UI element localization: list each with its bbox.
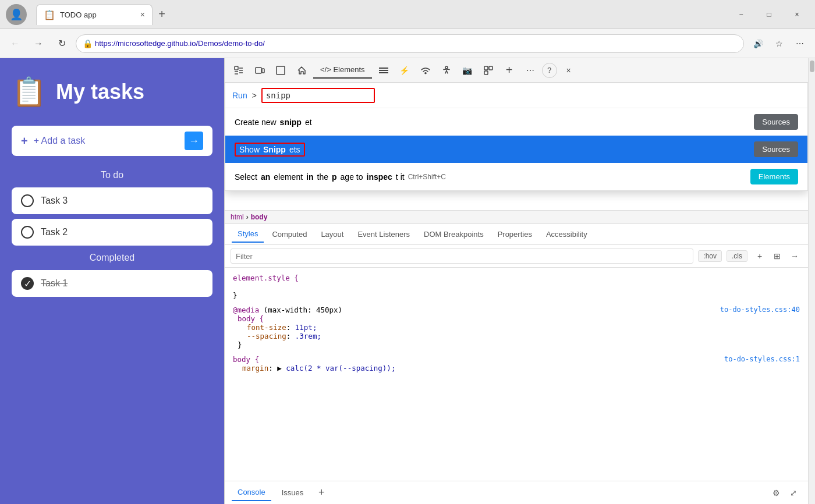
task-text-done: Task 1: [41, 278, 68, 289]
close-devtools-button[interactable]: ×: [559, 61, 578, 80]
user-avatar: 👤: [6, 4, 27, 25]
source-link-1[interactable]: to-do-styles.css:40: [720, 306, 800, 314]
browser-content: 📋 My tasks + + Add a task → To do Task 3…: [0, 58, 815, 504]
tab-styles[interactable]: Styles: [232, 226, 264, 243]
performance-button[interactable]: ⚡: [395, 61, 414, 80]
add-panel-button[interactable]: +: [500, 61, 519, 80]
device-toolbar-button[interactable]: [250, 61, 269, 80]
maximize-button[interactable]: □: [757, 6, 781, 23]
run-label: Run: [232, 91, 247, 100]
tab-event-listeners[interactable]: Event Listeners: [352, 226, 416, 242]
inspect-element-button[interactable]: [229, 61, 248, 80]
console-settings-button[interactable]: ⚙: [768, 485, 784, 501]
kbd-shortcut: Ctrl+Shift+C: [408, 173, 446, 181]
devtools-scrollbar[interactable]: [808, 58, 815, 504]
html-breadcrumb: html › body: [225, 211, 808, 224]
layers-button[interactable]: [479, 61, 498, 80]
svg-rect-3: [277, 66, 285, 74]
tab-dom-breakpoints[interactable]: DOM Breakpoints: [418, 226, 490, 242]
svg-rect-4: [379, 68, 388, 69]
minimize-button[interactable]: −: [729, 6, 753, 23]
cmd-item-text-inspect: Select an element in the page to inspect…: [235, 172, 446, 182]
todo-section-label: To do: [12, 170, 212, 180]
favorites-button[interactable]: ☆: [770, 34, 788, 53]
task-checkbox-done[interactable]: ✓: [21, 277, 34, 290]
style-rule-element: element.style { }: [233, 274, 800, 300]
forward-button[interactable]: →: [29, 34, 48, 53]
network-button[interactable]: [374, 61, 393, 80]
task-checkbox[interactable]: [21, 194, 34, 207]
command-item-show-snippets[interactable]: Show Snippets Sources: [225, 136, 807, 163]
completed-task-item[interactable]: ✓ Task 1: [12, 270, 212, 297]
browser-toolbar: ← → ↻ 🔒 🔊 ☆ ⋯: [0, 29, 815, 58]
sources-button-snippets[interactable]: Sources: [754, 141, 798, 157]
source-panel-button[interactable]: [271, 61, 290, 80]
tab-properties[interactable]: Properties: [492, 226, 538, 242]
bottom-icons-right: ⚙ ⤢: [768, 485, 801, 501]
breadcrumb-html[interactable]: html: [231, 213, 244, 221]
command-item-create-snippet[interactable]: Create new snippet Sources: [225, 108, 807, 136]
todo-title: My tasks: [56, 80, 144, 104]
help-button[interactable]: ?: [542, 63, 557, 78]
svg-rect-8: [484, 66, 488, 70]
tab-title: TODO app: [60, 10, 136, 19]
breadcrumb-body[interactable]: body: [251, 213, 268, 221]
cmd-item-text: Create new snippet: [235, 118, 312, 127]
class-button[interactable]: .cls: [727, 250, 747, 262]
command-input[interactable]: [266, 91, 370, 100]
lock-icon: 🔒: [83, 39, 93, 48]
style-rule-body: body { to-do-styles.css:1 margin: ▶ calc…: [233, 355, 800, 372]
todo-header: 📋 My tasks: [12, 76, 212, 108]
filter-icons: + ⊞ →: [752, 249, 802, 264]
tab-accessibility[interactable]: Accessibility: [540, 226, 593, 242]
task-text: Task 2: [41, 227, 68, 237]
back-button[interactable]: ←: [6, 34, 24, 53]
tab-issues[interactable]: Issues: [276, 485, 310, 501]
more-button[interactable]: ⋯: [791, 34, 809, 53]
svg-rect-9: [489, 66, 492, 70]
elements-button[interactable]: Elements: [750, 169, 798, 184]
home-button[interactable]: [292, 61, 311, 80]
add-task-button[interactable]: + + Add a task →: [12, 126, 212, 156]
style-selector: element.style {: [233, 274, 299, 282]
styles-filter-input[interactable]: [231, 249, 693, 264]
tab-computed[interactable]: Computed: [266, 226, 313, 242]
new-style-rule-button[interactable]: ⊞: [770, 249, 785, 264]
tab-console[interactable]: Console: [232, 484, 271, 501]
wifi-button[interactable]: [416, 61, 435, 80]
add-style-rule-button[interactable]: +: [752, 249, 767, 264]
address-bar-wrap: 🔒: [76, 34, 744, 53]
more-devtools-button[interactable]: ⋯: [521, 61, 540, 80]
add-bottom-panel-button[interactable]: +: [314, 485, 329, 501]
read-aloud-button[interactable]: 🔊: [749, 34, 767, 53]
accessibility-button[interactable]: [437, 61, 456, 80]
command-item-select-element[interactable]: Select an element in the page to inspect…: [225, 163, 807, 190]
hover-state-button[interactable]: :hov: [698, 250, 722, 262]
source-link-2[interactable]: to-do-styles.css:1: [724, 355, 800, 363]
sources-button-create[interactable]: Sources: [754, 114, 798, 130]
tab-favicon: 📋: [44, 9, 55, 20]
elements-panel-tab[interactable]: </> Elements: [313, 62, 372, 79]
styles-tabs: Styles Computed Layout Event Listeners D…: [225, 224, 808, 245]
task-item[interactable]: Task 3: [12, 187, 212, 214]
svg-rect-6: [379, 72, 388, 73]
tab-close-button[interactable]: ×: [140, 10, 145, 19]
address-bar[interactable]: [76, 34, 744, 53]
refresh-button[interactable]: ↻: [52, 34, 71, 53]
svg-point-7: [445, 66, 448, 69]
console-detach-button[interactable]: ⤢: [786, 485, 801, 501]
close-window-button[interactable]: ×: [785, 6, 809, 23]
todo-icon: 📋: [12, 76, 47, 108]
camera-button[interactable]: 📷: [458, 61, 477, 80]
title-bar: 👤 📋 TODO app × + − □ ×: [0, 0, 815, 29]
task-checkbox[interactable]: [21, 226, 34, 239]
active-tab[interactable]: 📋 TODO app ×: [36, 4, 153, 25]
tab-layout[interactable]: Layout: [315, 226, 349, 242]
devtools-bottom-bar: Console Issues + ⚙ ⤢: [225, 481, 808, 504]
devtools-panel: </> Elements ⚡ 📷 + ⋯ ? ×: [224, 58, 808, 504]
inspect-styles-button[interactable]: →: [787, 249, 802, 264]
task-item[interactable]: Task 2: [12, 219, 212, 246]
tab-bar: 📋 TODO app × +: [36, 4, 720, 25]
todo-app: 📋 My tasks + + Add a task → To do Task 3…: [0, 58, 224, 504]
new-tab-button[interactable]: +: [153, 5, 171, 24]
